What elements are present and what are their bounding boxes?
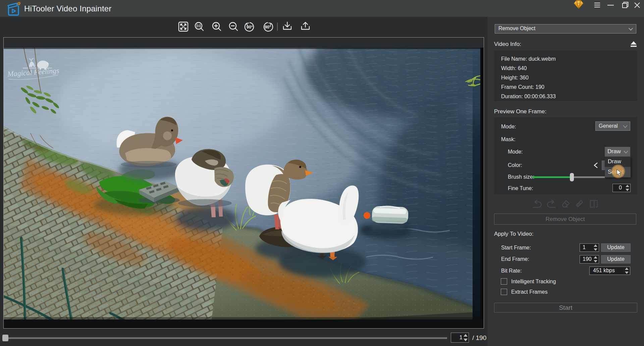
svg-text:90°: 90°	[247, 25, 253, 30]
svg-text:90°: 90°	[265, 25, 271, 30]
